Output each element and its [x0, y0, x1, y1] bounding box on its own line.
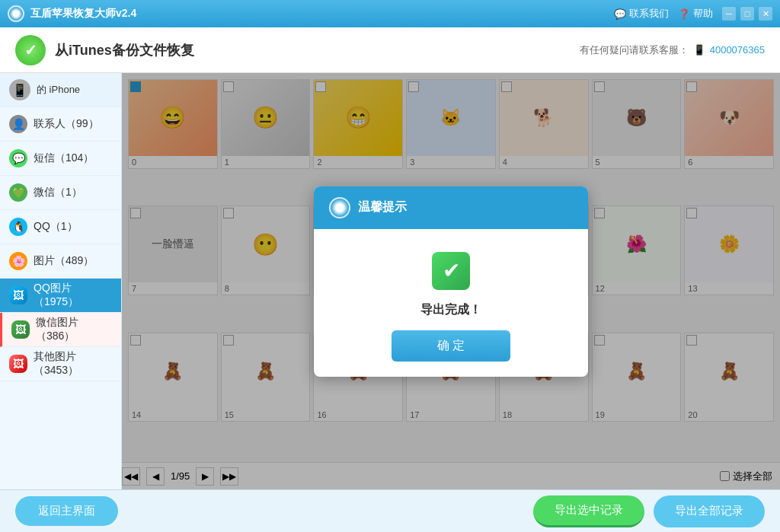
export-all-button[interactable]: 导出全部记录 [654, 495, 765, 527]
qq-photos-icon: 🖼 [9, 286, 27, 304]
back-to-main-button[interactable]: 返回主界面 [15, 496, 118, 526]
phone-icon: 📱 [693, 44, 705, 56]
content-area: 😄 0 😐 1 😁 2 🐱 3 🐕 4 [122, 73, 780, 489]
dialog-message: 导出完成！ [420, 302, 481, 318]
window-controls: ─ □ ✕ [722, 7, 772, 21]
dialog-overlay: 温馨提示 ✔ 导出完成！ 确 定 [122, 73, 780, 489]
photos-icon: 🌸 [9, 252, 27, 270]
contact-icon: 👤 [9, 115, 27, 133]
support-text: 有任何疑问请联系客服： [580, 43, 689, 57]
header: 从iTunes备份文件恢复 有任何疑问请联系客服： 📱 4000076365 [0, 27, 780, 73]
iphone-avatar-icon: 📱 [9, 79, 30, 100]
titlebar: 互盾苹果恢复大师v2.4 💬 联系我们 ❓ 帮助 ─ □ ✕ [0, 0, 780, 27]
sidebar-item-qq-photos[interactable]: 🖼 QQ图片（1975） [0, 279, 121, 313]
qq-icon: 🐧 [9, 218, 27, 236]
sidebar-item-qq[interactable]: 🐧 QQ（1） [0, 210, 121, 244]
iphone-label: 的 iPhone [37, 83, 80, 97]
page-title: 从iTunes备份文件恢复 [55, 41, 194, 59]
sidebar-item-iphone[interactable]: 📱 的 iPhone [0, 73, 121, 107]
contact-button[interactable]: 💬 联系我们 [614, 7, 669, 21]
sidebar-item-photos[interactable]: 🌸 图片（489） [0, 244, 121, 279]
chat-icon: 💬 [614, 8, 626, 20]
sidebar-item-contacts[interactable]: 👤 联系人（99） [0, 107, 121, 142]
sidebar-photos-label: 图片（489） [34, 254, 94, 268]
sidebar-item-wechat[interactable]: 💚 微信（1） [0, 176, 121, 210]
app-logo-icon [8, 5, 24, 22]
other-photos-icon: 🖼 [9, 355, 27, 373]
sidebar-wechat-photos-label: 微信图片（386） [36, 316, 112, 343]
dialog-title: 温馨提示 [358, 199, 407, 215]
sidebar-wechat-label: 微信（1） [34, 186, 82, 199]
dialog: 温馨提示 ✔ 导出完成！ 确 定 [314, 186, 588, 377]
phone-number: 4000076365 [710, 44, 765, 56]
sidebar-item-other-photos[interactable]: 🖼 其他图片（3453） [0, 347, 121, 381]
maximize-button[interactable]: □ [740, 7, 754, 21]
sidebar-sms-label: 短信（104） [34, 151, 94, 165]
help-button[interactable]: ❓ 帮助 [678, 7, 713, 21]
titlebar-right: 💬 联系我们 ❓ 帮助 ─ □ ✕ [614, 7, 772, 21]
sidebar-item-sms[interactable]: 💬 短信（104） [0, 142, 121, 176]
dialog-confirm-button[interactable]: 确 定 [392, 330, 510, 362]
dialog-header: 温馨提示 [314, 186, 588, 229]
minimize-button[interactable]: ─ [722, 7, 736, 21]
export-selected-button[interactable]: 导出选中记录 [533, 495, 644, 527]
dialog-logo-icon [329, 197, 350, 218]
help-icon: ❓ [678, 8, 690, 20]
wechat-icon: 💚 [9, 183, 27, 202]
header-left: 从iTunes备份文件恢复 [15, 35, 194, 65]
sidebar-item-wechat-photos[interactable]: 🖼 微信图片（386） [0, 313, 121, 347]
titlebar-left: 互盾苹果恢复大师v2.4 [8, 5, 136, 22]
dialog-body: ✔ 导出完成！ 确 定 [314, 229, 588, 377]
sidebar-qq-label: QQ（1） [34, 220, 78, 234]
header-right: 有任何疑问请联系客服： 📱 4000076365 [580, 43, 765, 57]
success-checkmark-icon: ✔ [432, 252, 470, 290]
sidebar: 📱 的 iPhone 👤 联系人（99） 💬 短信（104） 💚 微信（1） 🐧… [0, 73, 122, 489]
close-button[interactable]: ✕ [759, 7, 772, 21]
sidebar-contacts-label: 联系人（99） [34, 117, 99, 131]
sidebar-qq-photos-label: QQ图片（1975） [34, 282, 112, 309]
footer: 返回主界面 导出选中记录 导出全部记录 [0, 489, 780, 532]
restore-icon [15, 35, 46, 65]
main-area: 📱 的 iPhone 👤 联系人（99） 💬 短信（104） 💚 微信（1） 🐧… [0, 73, 780, 489]
sidebar-other-photos-label: 其他图片（3453） [34, 350, 112, 377]
footer-right: 导出选中记录 导出全部记录 [533, 495, 765, 527]
wechat-photos-icon: 🖼 [11, 320, 30, 339]
sms-icon: 💬 [9, 149, 27, 167]
app-title: 互盾苹果恢复大师v2.4 [30, 7, 136, 21]
